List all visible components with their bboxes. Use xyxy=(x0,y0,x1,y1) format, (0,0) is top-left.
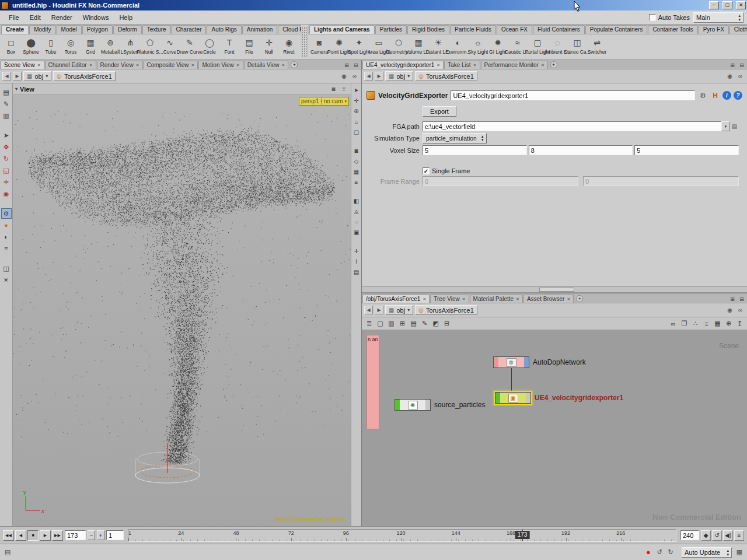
simulation-type-dropdown[interactable]: particle_simulation ▴▾ xyxy=(423,133,487,144)
pose-handle-icon[interactable]: ✛ xyxy=(1,177,12,187)
shelf-tab-lights-and-cameras[interactable]: Lights and Cameras xyxy=(309,25,375,34)
paint-icon[interactable]: ✎ xyxy=(1,99,12,109)
shelf-tab-particle-fluids[interactable]: Particle Fluids xyxy=(450,25,496,34)
network-tab-asset-browser[interactable]: Asset Browser✕ xyxy=(523,295,574,303)
playback-increment-field[interactable] xyxy=(106,530,124,540)
jump-to-start-button[interactable]: ◀◀ xyxy=(3,530,14,541)
connect-icon[interactable]: ∞ xyxy=(668,318,678,328)
shelf-tool-gi-light[interactable]: ✹GI Light xyxy=(488,35,508,59)
grid-toggle-icon[interactable]: ▦ xyxy=(713,318,722,328)
new-tab-icon[interactable]: ▢ xyxy=(375,318,385,328)
shelf-tool-switcher[interactable]: ⇌Switcher xyxy=(587,35,607,59)
ortho-icon[interactable]: ▦ xyxy=(352,167,361,176)
node-source-particles[interactable]: ✺ xyxy=(395,399,431,411)
shelf-tool-box[interactable]: ◻Box xyxy=(1,35,21,59)
close-tab-icon[interactable]: ✕ xyxy=(567,297,570,302)
shelf-tool-ambient-l[interactable]: ◌Ambient L... xyxy=(547,35,567,59)
ghost-icon[interactable]: ◌ xyxy=(352,217,361,226)
layout-icon[interactable]: ▤ xyxy=(352,267,361,276)
add-tab-button[interactable]: + xyxy=(550,61,557,68)
playback-options-icon[interactable]: ≡ xyxy=(734,530,744,541)
node-flag-left[interactable] xyxy=(395,400,400,410)
network-sticky-note[interactable]: n an xyxy=(366,335,379,429)
voxel-size-x-field[interactable] xyxy=(423,145,527,155)
snap-icon[interactable]: ≡ xyxy=(352,177,361,187)
help-icon[interactable]: ? xyxy=(734,91,742,100)
scene-tab-composite-view[interactable]: Composite View✕ xyxy=(144,61,198,69)
info-icon[interactable]: i xyxy=(352,257,361,266)
shelf-tool-font[interactable]: TFont xyxy=(219,35,239,59)
close-tab-icon[interactable]: ✕ xyxy=(281,63,285,68)
minimize-button[interactable]: ─ xyxy=(709,1,719,9)
shade-icon[interactable]: ◧ xyxy=(352,196,361,205)
memory-icon[interactable]: ▦ xyxy=(735,548,744,557)
select-icon[interactable]: ➤ xyxy=(352,85,361,94)
breadcrumb-node[interactable]: ◎TorusAxisForce1 xyxy=(415,305,477,315)
menu-help[interactable]: Help xyxy=(114,12,138,23)
shelf-tab-deform[interactable]: Deform xyxy=(113,25,142,34)
pane-maximize-icon[interactable]: ⊟ xyxy=(352,61,360,69)
file-browser-icon[interactable]: ▤ xyxy=(730,122,739,131)
voxel-size-y-field[interactable] xyxy=(529,145,633,155)
menu-windows[interactable]: Windows xyxy=(78,12,114,23)
anchor-icon[interactable]: ◉ xyxy=(1,188,12,199)
pane-split-icon[interactable]: ⊞ xyxy=(343,61,351,69)
pan-icon[interactable]: ✛ xyxy=(352,96,361,105)
light-icon[interactable]: ☀ xyxy=(1,275,12,285)
chevron-down-icon[interactable]: ▾ xyxy=(721,121,730,131)
add-tab-button[interactable]: + xyxy=(576,295,583,302)
node-autodopnetwork[interactable]: ⚙ xyxy=(493,356,529,368)
viewport[interactable]: persp1▾ no cam▾ Non-Commercial Edition xyxy=(13,95,351,526)
shelf-tab-pyro-fx[interactable]: Pyro FX xyxy=(699,25,729,34)
node-flag-right[interactable] xyxy=(526,393,530,403)
end-frame-field[interactable] xyxy=(680,530,699,540)
snap-icon[interactable]: ≡ xyxy=(1,243,12,254)
scale-handle-icon[interactable]: ◱ xyxy=(1,165,12,176)
link-editor-icon[interactable]: ∞ xyxy=(350,72,359,80)
close-tab-icon[interactable]: ✕ xyxy=(437,63,440,68)
shelf-tool-grid[interactable]: ▦Grid xyxy=(81,35,100,59)
menu-file[interactable]: File xyxy=(4,12,25,23)
copy-reference-icon[interactable]: ❐ xyxy=(679,318,689,328)
node-flag-right[interactable] xyxy=(425,400,430,410)
shelf-grip[interactable] xyxy=(302,27,308,57)
param-horizontal-scrollbar[interactable] xyxy=(362,286,747,292)
camera-icon[interactable]: ◙ xyxy=(329,85,338,93)
auto-takes-checkbox[interactable] xyxy=(649,14,656,21)
link-editor-icon[interactable]: ∞ xyxy=(736,306,745,314)
close-tab-icon[interactable]: ✕ xyxy=(191,63,195,68)
voxel-size-z-field[interactable] xyxy=(634,145,739,155)
scene-tab-motion-view[interactable]: Motion View✕ xyxy=(198,61,243,69)
breadcrumb-node[interactable]: ◎TorusAxisForce1 xyxy=(53,71,116,81)
pane-split-icon[interactable]: ⊞ xyxy=(728,61,736,69)
home-view-icon[interactable]: ⌂ xyxy=(352,117,361,126)
param-tab-ue4-velocitygridexporter1[interactable]: UE4_velocitygridexporter1✕ xyxy=(362,61,444,69)
shelf-tab-character[interactable]: Character xyxy=(172,25,207,34)
network-root-chip[interactable]: ▦obj▾ xyxy=(385,71,413,81)
zoom-icon[interactable]: ⊕ xyxy=(724,318,734,328)
shelf-tab-polygon[interactable]: Polygon xyxy=(82,25,113,34)
menu-edit[interactable]: Edit xyxy=(25,12,46,23)
cook-icon[interactable]: ↻ xyxy=(666,548,675,557)
step-back-button[interactable]: ◀ xyxy=(15,530,26,541)
shelf-tool-geometry[interactable]: ⬡Geometry... xyxy=(389,35,409,59)
select-arrow-icon[interactable]: ➤ xyxy=(1,130,12,141)
shelf-tool-camera[interactable]: ◙Camera xyxy=(309,35,329,59)
shelf-tool-spot-light[interactable]: ✦Spot Light xyxy=(349,35,369,59)
shelf-tab-animation[interactable]: Animation xyxy=(242,25,277,34)
auto-update-selector[interactable]: Auto Update ▴▾ xyxy=(682,547,732,558)
scene-tab-channel-editor[interactable]: Channel Editor✕ xyxy=(45,61,96,69)
scene-tab-scene-view[interactable]: Scene View✕ xyxy=(1,61,44,69)
info-icon[interactable]: i xyxy=(722,91,731,100)
jump-to-end-button[interactable]: ▶▶ xyxy=(52,530,63,541)
shelf-tool-circle[interactable]: ◯Circle xyxy=(200,35,219,59)
panel-icon[interactable]: ▤ xyxy=(1,87,12,97)
zoom-icon[interactable]: ⊕ xyxy=(352,106,361,116)
close-tab-icon[interactable]: ✕ xyxy=(516,297,519,302)
auto-update-spinner[interactable]: ▴▾ xyxy=(727,548,729,556)
shelf-tab-container-tools[interactable]: Container Tools xyxy=(648,25,697,34)
persp-icon[interactable]: ◇ xyxy=(352,156,361,166)
shelf-tool-stereo-ca[interactable]: ◫Stereo Ca... xyxy=(567,35,587,59)
shelf-tab-fluid-containers[interactable]: Fluid Containers xyxy=(533,25,585,34)
network-root-chip[interactable]: ▦obj▾ xyxy=(385,305,413,315)
